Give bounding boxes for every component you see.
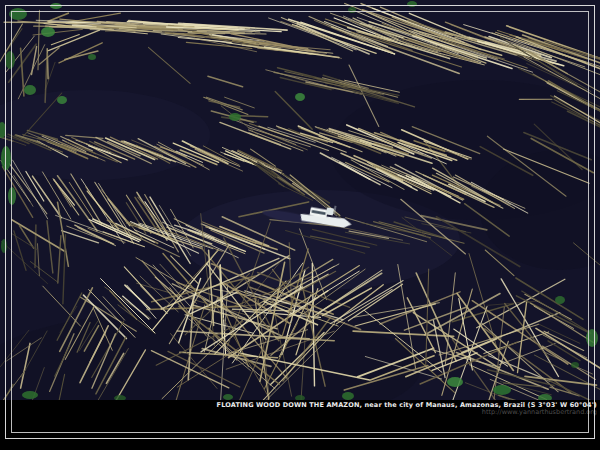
caption-band: FLOATING WOOD DOWN THE AMAZON, near the … xyxy=(0,400,600,450)
aerial-photo-floating-logs xyxy=(0,0,600,450)
wallpaper: FLOATING WOOD DOWN THE AMAZON, near the … xyxy=(0,0,600,450)
photographer-url: http://www.yannarthusbertrand.org xyxy=(0,409,597,416)
